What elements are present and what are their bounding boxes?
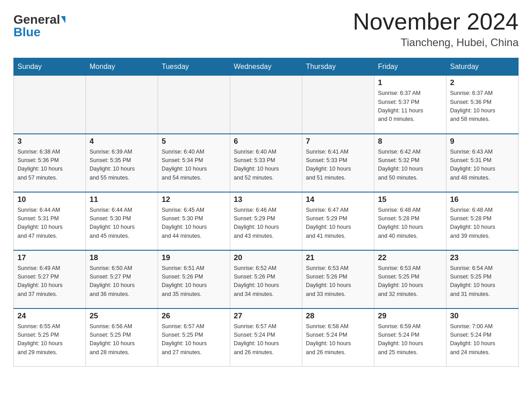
calendar-cell: 6Sunrise: 6:40 AM Sunset: 5:33 PM Daylig…: [230, 134, 302, 192]
day-info: Sunrise: 6:43 AM Sunset: 5:31 PM Dayligh…: [450, 148, 515, 183]
day-number: 7: [306, 137, 370, 146]
day-info: Sunrise: 6:40 AM Sunset: 5:33 PM Dayligh…: [234, 148, 298, 183]
calendar-cell: 27Sunrise: 6:57 AM Sunset: 5:24 PM Dayli…: [230, 308, 302, 367]
logo-triangle-icon: [61, 16, 65, 23]
day-number: 21: [306, 253, 370, 262]
day-number: 25: [90, 312, 154, 321]
day-info: Sunrise: 6:53 AM Sunset: 5:25 PM Dayligh…: [378, 264, 442, 299]
calendar-week-row: 17Sunrise: 6:49 AM Sunset: 5:27 PM Dayli…: [14, 250, 519, 308]
calendar-cell: 1Sunrise: 6:37 AM Sunset: 5:37 PM Daylig…: [374, 76, 446, 134]
day-info: Sunrise: 6:46 AM Sunset: 5:29 PM Dayligh…: [234, 206, 298, 241]
day-number: 23: [450, 253, 515, 262]
calendar-cell: 11Sunrise: 6:44 AM Sunset: 5:30 PM Dayli…: [86, 192, 158, 250]
calendar-cell: 19Sunrise: 6:51 AM Sunset: 5:26 PM Dayli…: [158, 250, 230, 308]
day-number: 22: [378, 253, 442, 262]
day-info: Sunrise: 6:54 AM Sunset: 5:25 PM Dayligh…: [450, 264, 515, 299]
calendar-cell: 26Sunrise: 6:57 AM Sunset: 5:25 PM Dayli…: [158, 308, 230, 367]
day-info: Sunrise: 6:40 AM Sunset: 5:34 PM Dayligh…: [162, 148, 226, 183]
day-info: Sunrise: 6:44 AM Sunset: 5:30 PM Dayligh…: [90, 206, 154, 241]
calendar-cell: [14, 76, 86, 134]
day-info: Sunrise: 6:38 AM Sunset: 5:36 PM Dayligh…: [17, 148, 82, 183]
weekday-header-friday: Friday: [374, 58, 446, 76]
day-number: 24: [17, 312, 82, 321]
calendar-cell: 7Sunrise: 6:41 AM Sunset: 5:33 PM Daylig…: [302, 134, 374, 192]
day-info: Sunrise: 6:42 AM Sunset: 5:32 PM Dayligh…: [378, 148, 442, 183]
weekday-header-tuesday: Tuesday: [158, 58, 230, 76]
day-info: Sunrise: 6:55 AM Sunset: 5:25 PM Dayligh…: [17, 322, 82, 357]
day-info: Sunrise: 6:48 AM Sunset: 5:28 PM Dayligh…: [378, 206, 442, 241]
calendar-cell: 23Sunrise: 6:54 AM Sunset: 5:25 PM Dayli…: [446, 250, 519, 308]
calendar-week-row: 10Sunrise: 6:44 AM Sunset: 5:31 PM Dayli…: [14, 192, 519, 250]
day-number: 29: [378, 312, 442, 321]
calendar-cell: 8Sunrise: 6:42 AM Sunset: 5:32 PM Daylig…: [374, 134, 446, 192]
calendar-cell: 3Sunrise: 6:38 AM Sunset: 5:36 PM Daylig…: [14, 134, 86, 192]
calendar-week-row: 3Sunrise: 6:38 AM Sunset: 5:36 PM Daylig…: [14, 134, 519, 192]
day-number: 9: [450, 137, 515, 146]
day-info: Sunrise: 6:45 AM Sunset: 5:30 PM Dayligh…: [162, 206, 226, 241]
calendar-cell: 24Sunrise: 6:55 AM Sunset: 5:25 PM Dayli…: [14, 308, 86, 367]
calendar-cell: 16Sunrise: 6:48 AM Sunset: 5:28 PM Dayli…: [446, 192, 519, 250]
logo: General Blue: [13, 13, 65, 39]
calendar-cell: 25Sunrise: 6:56 AM Sunset: 5:25 PM Dayli…: [86, 308, 158, 367]
calendar-cell: 29Sunrise: 6:59 AM Sunset: 5:24 PM Dayli…: [374, 308, 446, 367]
calendar-cell: 18Sunrise: 6:50 AM Sunset: 5:27 PM Dayli…: [86, 250, 158, 308]
weekday-header-thursday: Thursday: [302, 58, 374, 76]
calendar-cell: 21Sunrise: 6:53 AM Sunset: 5:26 PM Dayli…: [302, 250, 374, 308]
day-number: 18: [90, 253, 154, 262]
calendar-cell: 12Sunrise: 6:45 AM Sunset: 5:30 PM Dayli…: [158, 192, 230, 250]
location-title: Tiancheng, Hubei, China: [353, 36, 519, 49]
calendar-cell: 13Sunrise: 6:46 AM Sunset: 5:29 PM Dayli…: [230, 192, 302, 250]
day-number: 26: [162, 312, 226, 321]
day-info: Sunrise: 6:49 AM Sunset: 5:27 PM Dayligh…: [17, 264, 82, 299]
calendar-cell: 4Sunrise: 6:39 AM Sunset: 5:35 PM Daylig…: [86, 134, 158, 192]
day-number: 8: [378, 137, 442, 146]
day-number: 27: [234, 312, 298, 321]
day-info: Sunrise: 7:00 AM Sunset: 5:24 PM Dayligh…: [450, 322, 515, 357]
day-number: 11: [90, 195, 154, 204]
calendar-week-row: 24Sunrise: 6:55 AM Sunset: 5:25 PM Dayli…: [14, 308, 519, 367]
day-number: 30: [450, 312, 515, 321]
calendar-cell: 10Sunrise: 6:44 AM Sunset: 5:31 PM Dayli…: [14, 192, 86, 250]
day-number: 20: [234, 253, 298, 262]
calendar-cell: [302, 76, 374, 134]
day-info: Sunrise: 6:37 AM Sunset: 5:36 PM Dayligh…: [450, 89, 515, 124]
calendar-cell: 28Sunrise: 6:58 AM Sunset: 5:24 PM Dayli…: [302, 308, 374, 367]
day-number: 2: [450, 78, 515, 87]
title-area: November 2024 Tiancheng, Hubei, China: [353, 9, 519, 49]
day-info: Sunrise: 6:48 AM Sunset: 5:28 PM Dayligh…: [450, 206, 515, 241]
calendar-table: SundayMondayTuesdayWednesdayThursdayFrid…: [13, 58, 519, 367]
day-number: 12: [162, 195, 226, 204]
day-info: Sunrise: 6:53 AM Sunset: 5:26 PM Dayligh…: [306, 264, 370, 299]
calendar-cell: 2Sunrise: 6:37 AM Sunset: 5:36 PM Daylig…: [446, 76, 519, 134]
day-info: Sunrise: 6:52 AM Sunset: 5:26 PM Dayligh…: [234, 264, 298, 299]
day-info: Sunrise: 6:41 AM Sunset: 5:33 PM Dayligh…: [306, 148, 370, 183]
day-number: 17: [17, 253, 82, 262]
day-info: Sunrise: 6:59 AM Sunset: 5:24 PM Dayligh…: [378, 322, 442, 357]
day-number: 5: [162, 137, 226, 146]
day-number: 19: [162, 253, 226, 262]
calendar-cell: [86, 76, 158, 134]
weekday-header-monday: Monday: [86, 58, 158, 76]
day-info: Sunrise: 6:44 AM Sunset: 5:31 PM Dayligh…: [17, 206, 82, 241]
weekday-header-wednesday: Wednesday: [230, 58, 302, 76]
day-number: 16: [450, 195, 515, 204]
day-number: 28: [306, 312, 370, 321]
logo-blue-text: Blue: [13, 26, 41, 39]
day-number: 14: [306, 195, 370, 204]
day-number: 10: [17, 195, 82, 204]
month-title: November 2024: [353, 9, 519, 34]
calendar-cell: [158, 76, 230, 134]
weekday-header-saturday: Saturday: [446, 58, 519, 76]
day-number: 6: [234, 137, 298, 146]
day-info: Sunrise: 6:57 AM Sunset: 5:24 PM Dayligh…: [234, 322, 298, 357]
calendar-cell: 5Sunrise: 6:40 AM Sunset: 5:34 PM Daylig…: [158, 134, 230, 192]
calendar-cell: 20Sunrise: 6:52 AM Sunset: 5:26 PM Dayli…: [230, 250, 302, 308]
logo-general-text: General: [13, 13, 60, 26]
day-number: 3: [17, 137, 82, 146]
calendar-cell: [230, 76, 302, 134]
weekday-header-sunday: Sunday: [14, 58, 86, 76]
header: General Blue November 2024 Tiancheng, Hu…: [13, 9, 519, 49]
day-info: Sunrise: 6:51 AM Sunset: 5:26 PM Dayligh…: [162, 264, 226, 299]
calendar-cell: 15Sunrise: 6:48 AM Sunset: 5:28 PM Dayli…: [374, 192, 446, 250]
day-number: 4: [90, 137, 154, 146]
